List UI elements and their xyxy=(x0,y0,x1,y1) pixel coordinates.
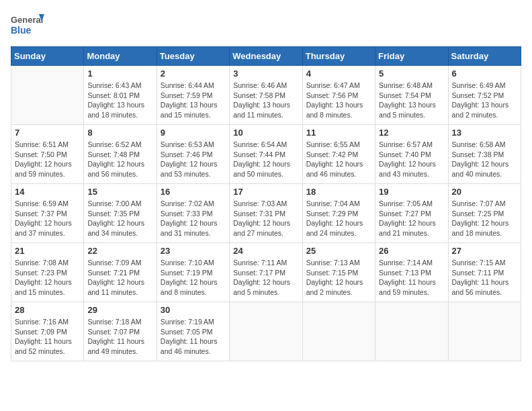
day-number: 22 xyxy=(87,246,152,256)
cell-text: Sunrise: 7:11 AM Sunset: 7:17 PM Dayligh… xyxy=(233,258,298,298)
cell-text: Sunrise: 6:57 AM Sunset: 7:40 PM Dayligh… xyxy=(379,140,444,179)
cell-text: Sunrise: 7:19 AM Sunset: 7:05 PM Dayligh… xyxy=(161,317,226,357)
day-number: 28 xyxy=(15,305,80,315)
day-number: 12 xyxy=(379,128,444,138)
day-number: 6 xyxy=(452,68,517,79)
col-header-saturday: Saturday xyxy=(448,47,521,66)
cell-text: Sunrise: 7:03 AM Sunset: 7:31 PM Dayligh… xyxy=(233,199,298,238)
cell-text: Sunrise: 7:04 AM Sunset: 7:29 PM Dayligh… xyxy=(306,199,371,238)
calendar-cell xyxy=(375,302,448,361)
logo: General Blue xyxy=(11,11,44,41)
day-number: 11 xyxy=(306,128,371,138)
col-header-sunday: Sunday xyxy=(11,47,84,66)
calendar-cell: 27Sunrise: 7:15 AM Sunset: 7:11 PM Dayli… xyxy=(448,243,521,302)
calendar-cell: 23Sunrise: 7:10 AM Sunset: 7:19 PM Dayli… xyxy=(157,243,229,302)
calendar-cell: 8Sunrise: 6:52 AM Sunset: 7:48 PM Daylig… xyxy=(84,125,157,184)
week-row-2: 14Sunrise: 6:59 AM Sunset: 7:37 PM Dayli… xyxy=(11,184,521,243)
calendar-cell: 12Sunrise: 6:57 AM Sunset: 7:40 PM Dayli… xyxy=(375,125,448,184)
cell-text: Sunrise: 7:00 AM Sunset: 7:35 PM Dayligh… xyxy=(87,199,152,238)
cell-text: Sunrise: 6:46 AM Sunset: 7:58 PM Dayligh… xyxy=(233,81,298,120)
svg-text:Blue: Blue xyxy=(11,25,32,36)
day-number: 26 xyxy=(379,246,444,256)
cell-text: Sunrise: 7:16 AM Sunset: 7:09 PM Dayligh… xyxy=(15,317,80,357)
cell-text: Sunrise: 6:55 AM Sunset: 7:42 PM Dayligh… xyxy=(306,140,371,179)
day-number: 15 xyxy=(87,187,152,197)
header-row: SundayMondayTuesdayWednesdayThursdayFrid… xyxy=(11,47,521,66)
cell-text: Sunrise: 7:15 AM Sunset: 7:11 PM Dayligh… xyxy=(452,258,517,298)
calendar-cell: 28Sunrise: 7:16 AM Sunset: 7:09 PM Dayli… xyxy=(11,302,84,361)
calendar-cell: 11Sunrise: 6:55 AM Sunset: 7:42 PM Dayli… xyxy=(302,125,375,184)
day-number: 24 xyxy=(233,246,298,256)
week-row-4: 28Sunrise: 7:16 AM Sunset: 7:09 PM Dayli… xyxy=(11,302,521,361)
calendar-cell: 6Sunrise: 6:49 AM Sunset: 7:52 PM Daylig… xyxy=(448,66,521,125)
cell-text: Sunrise: 6:52 AM Sunset: 7:48 PM Dayligh… xyxy=(87,140,152,179)
cell-text: Sunrise: 7:02 AM Sunset: 7:33 PM Dayligh… xyxy=(161,199,226,238)
calendar-cell: 14Sunrise: 6:59 AM Sunset: 7:37 PM Dayli… xyxy=(11,184,84,243)
svg-text:General: General xyxy=(11,15,43,25)
logo-svg: General Blue xyxy=(11,11,44,41)
day-number: 23 xyxy=(161,246,226,256)
calendar-cell xyxy=(302,302,375,361)
cell-text: Sunrise: 6:47 AM Sunset: 7:56 PM Dayligh… xyxy=(306,81,371,120)
cell-text: Sunrise: 7:07 AM Sunset: 7:25 PM Dayligh… xyxy=(452,199,517,238)
day-number: 2 xyxy=(161,68,226,79)
cell-text: Sunrise: 6:54 AM Sunset: 7:44 PM Dayligh… xyxy=(233,140,298,179)
day-number: 29 xyxy=(87,305,152,315)
cell-text: Sunrise: 6:58 AM Sunset: 7:38 PM Dayligh… xyxy=(452,140,517,179)
day-number: 17 xyxy=(233,187,298,197)
day-number: 21 xyxy=(15,246,80,256)
cell-text: Sunrise: 7:09 AM Sunset: 7:21 PM Dayligh… xyxy=(87,258,152,298)
calendar-cell: 10Sunrise: 6:54 AM Sunset: 7:44 PM Dayli… xyxy=(230,125,302,184)
calendar-cell: 7Sunrise: 6:51 AM Sunset: 7:50 PM Daylig… xyxy=(11,125,84,184)
calendar-cell: 1Sunrise: 6:43 AM Sunset: 8:01 PM Daylig… xyxy=(84,66,157,125)
calendar-cell: 17Sunrise: 7:03 AM Sunset: 7:31 PM Dayli… xyxy=(230,184,302,243)
calendar-cell xyxy=(11,66,84,125)
cell-text: Sunrise: 6:59 AM Sunset: 7:37 PM Dayligh… xyxy=(15,199,80,238)
day-number: 13 xyxy=(452,128,517,138)
cell-text: Sunrise: 6:44 AM Sunset: 7:59 PM Dayligh… xyxy=(161,81,226,120)
day-number: 16 xyxy=(161,187,226,197)
day-number: 3 xyxy=(233,68,298,79)
day-number: 27 xyxy=(452,246,517,256)
calendar-cell: 9Sunrise: 6:53 AM Sunset: 7:46 PM Daylig… xyxy=(157,125,229,184)
calendar-cell xyxy=(230,302,302,361)
day-number: 7 xyxy=(15,128,80,138)
calendar-cell: 21Sunrise: 7:08 AM Sunset: 7:23 PM Dayli… xyxy=(11,243,84,302)
cell-text: Sunrise: 7:10 AM Sunset: 7:19 PM Dayligh… xyxy=(161,258,226,298)
calendar-cell: 16Sunrise: 7:02 AM Sunset: 7:33 PM Dayli… xyxy=(157,184,229,243)
calendar-table: SundayMondayTuesdayWednesdayThursdayFrid… xyxy=(11,46,521,361)
week-row-1: 7Sunrise: 6:51 AM Sunset: 7:50 PM Daylig… xyxy=(11,125,521,184)
day-number: 18 xyxy=(306,187,371,197)
cell-text: Sunrise: 7:13 AM Sunset: 7:15 PM Dayligh… xyxy=(306,258,371,298)
cell-text: Sunrise: 7:14 AM Sunset: 7:13 PM Dayligh… xyxy=(379,258,444,298)
calendar-cell: 13Sunrise: 6:58 AM Sunset: 7:38 PM Dayli… xyxy=(448,125,521,184)
cell-text: Sunrise: 6:49 AM Sunset: 7:52 PM Dayligh… xyxy=(452,81,517,120)
calendar-cell: 15Sunrise: 7:00 AM Sunset: 7:35 PM Dayli… xyxy=(84,184,157,243)
col-header-thursday: Thursday xyxy=(302,47,375,66)
cell-text: Sunrise: 6:51 AM Sunset: 7:50 PM Dayligh… xyxy=(15,140,80,179)
cell-text: Sunrise: 6:53 AM Sunset: 7:46 PM Dayligh… xyxy=(161,140,226,179)
col-header-friday: Friday xyxy=(375,47,448,66)
calendar-cell: 5Sunrise: 6:48 AM Sunset: 7:54 PM Daylig… xyxy=(375,66,448,125)
calendar-cell: 2Sunrise: 6:44 AM Sunset: 7:59 PM Daylig… xyxy=(157,66,229,125)
week-row-3: 21Sunrise: 7:08 AM Sunset: 7:23 PM Dayli… xyxy=(11,243,521,302)
col-header-tuesday: Tuesday xyxy=(157,47,229,66)
calendar-cell: 26Sunrise: 7:14 AM Sunset: 7:13 PM Dayli… xyxy=(375,243,448,302)
calendar-cell: 24Sunrise: 7:11 AM Sunset: 7:17 PM Dayli… xyxy=(230,243,302,302)
calendar-cell: 25Sunrise: 7:13 AM Sunset: 7:15 PM Dayli… xyxy=(302,243,375,302)
header: General Blue xyxy=(11,11,521,41)
week-row-0: 1Sunrise: 6:43 AM Sunset: 8:01 PM Daylig… xyxy=(11,66,521,125)
calendar-cell: 22Sunrise: 7:09 AM Sunset: 7:21 PM Dayli… xyxy=(84,243,157,302)
day-number: 25 xyxy=(306,246,371,256)
day-number: 10 xyxy=(233,128,298,138)
calendar-cell: 29Sunrise: 7:18 AM Sunset: 7:07 PM Dayli… xyxy=(84,302,157,361)
day-number: 19 xyxy=(379,187,444,197)
day-number: 14 xyxy=(15,187,80,197)
day-number: 9 xyxy=(161,128,226,138)
col-header-monday: Monday xyxy=(84,47,157,66)
day-number: 5 xyxy=(379,68,444,79)
calendar-cell: 20Sunrise: 7:07 AM Sunset: 7:25 PM Dayli… xyxy=(448,184,521,243)
cell-text: Sunrise: 7:18 AM Sunset: 7:07 PM Dayligh… xyxy=(87,317,152,357)
col-header-wednesday: Wednesday xyxy=(230,47,302,66)
day-number: 1 xyxy=(87,68,152,79)
